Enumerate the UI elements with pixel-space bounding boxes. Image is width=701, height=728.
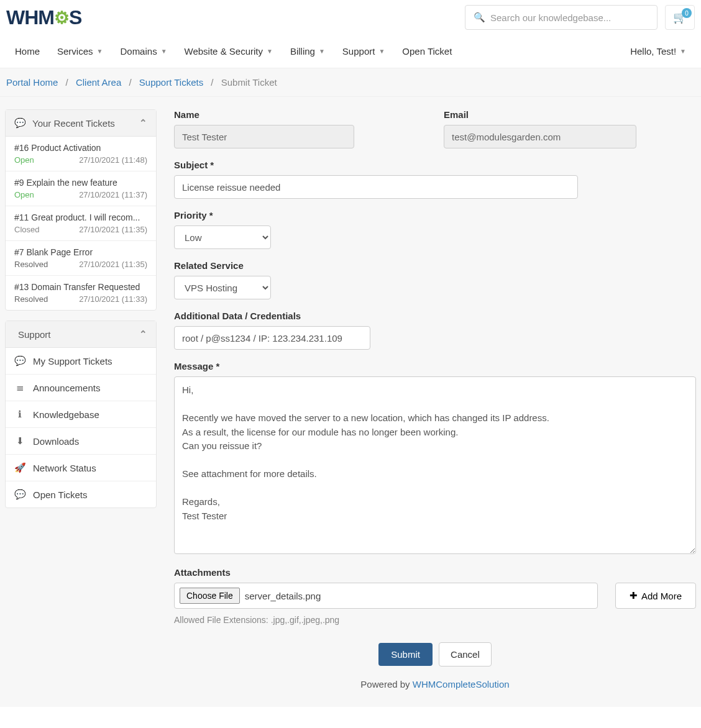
nav-hello-user[interactable]: Hello, Test!▼ xyxy=(621,41,695,61)
support-item-icon: ℹ xyxy=(14,409,25,420)
cancel-button[interactable]: Cancel xyxy=(439,642,492,667)
cart-badge: 0 xyxy=(682,8,692,18)
support-item-label: Open Tickets xyxy=(33,489,88,500)
nav-website-security[interactable]: Website & Security▼ xyxy=(176,41,282,61)
nav-services[interactable]: Services▼ xyxy=(48,41,111,61)
support-item[interactable]: 💬My Support Tickets xyxy=(6,348,156,375)
chevron-down-icon: ▼ xyxy=(97,48,103,55)
attachments-label: Attachments xyxy=(174,567,696,578)
related-service-label: Related Service xyxy=(174,260,696,271)
related-service-select[interactable]: VPS Hosting xyxy=(174,276,271,299)
ticket-date: 27/10/2021 (11:35) xyxy=(79,225,147,234)
chat-icon: 💬 xyxy=(14,117,26,129)
ticket-date: 27/10/2021 (11:37) xyxy=(79,190,147,199)
ticket-item[interactable]: #13 Domain Transfer RequestedResolved27/… xyxy=(6,276,156,310)
nav-website-label: Website & Security xyxy=(185,46,263,57)
nav-billing[interactable]: Billing▼ xyxy=(282,41,334,61)
support-item-icon: 💬 xyxy=(14,355,25,366)
priority-select[interactable]: Low xyxy=(174,225,271,249)
priority-label: Priority * xyxy=(174,210,696,221)
gear-icon: ⚙ xyxy=(54,7,69,28)
support-item-icon: ≣ xyxy=(14,382,25,393)
chevron-down-icon: ▼ xyxy=(161,48,167,55)
add-more-button[interactable]: ✚ Add More xyxy=(615,583,696,609)
cart-button[interactable]: 🛒 0 xyxy=(665,5,695,30)
breadcrumb-portal-home[interactable]: Portal Home xyxy=(6,77,58,88)
nav-domains-label: Domains xyxy=(120,46,157,57)
nav-support-label: Support xyxy=(342,46,375,57)
ticket-item[interactable]: #7 Blank Page ErrorResolved27/10/2021 (1… xyxy=(6,241,156,276)
chevron-up-icon: ⌃ xyxy=(139,329,147,340)
credentials-label: Additional Data / Credentials xyxy=(174,311,696,321)
nav-services-label: Services xyxy=(57,46,93,57)
ticket-title: #13 Domain Transfer Requested xyxy=(14,282,147,292)
ticket-item[interactable]: #9 Explain the new featureOpen27/10/2021… xyxy=(6,171,156,206)
name-label: Name xyxy=(174,109,426,120)
footer-link[interactable]: WHMCompleteSolution xyxy=(413,679,510,689)
ticket-item[interactable]: #16 Product ActivationOpen27/10/2021 (11… xyxy=(6,137,156,171)
support-item[interactable]: ℹKnowledgebase xyxy=(6,401,156,428)
breadcrumb: Portal Home / Client Area / Support Tick… xyxy=(0,68,701,97)
support-panel-title: Support xyxy=(18,329,51,340)
support-item-label: Knowledgebase xyxy=(33,409,99,420)
logo[interactable]: WHM⚙S xyxy=(6,6,81,29)
support-item-label: Downloads xyxy=(33,436,79,447)
chevron-up-icon: ⌃ xyxy=(139,117,147,129)
file-name: server_details.png xyxy=(245,591,321,601)
ticket-status: Resolved xyxy=(14,260,48,269)
support-item-label: Network Status xyxy=(33,463,96,473)
logo-text-1: WHM xyxy=(6,6,54,29)
chevron-down-icon: ▼ xyxy=(378,48,385,55)
support-item-label: Announcements xyxy=(33,383,100,393)
ticket-item[interactable]: #11 Great product. I will recom...Closed… xyxy=(6,206,156,241)
nav-domains[interactable]: Domains▼ xyxy=(111,41,175,61)
add-more-label: Add More xyxy=(641,591,682,601)
email-label: Email xyxy=(444,109,696,120)
search-wrap: 🔍 xyxy=(465,5,657,30)
breadcrumb-support-tickets[interactable]: Support Tickets xyxy=(139,77,203,88)
support-item-label: My Support Tickets xyxy=(33,356,112,366)
ticket-date: 27/10/2021 (11:33) xyxy=(79,294,147,304)
support-item[interactable]: ⬇Downloads xyxy=(6,428,156,455)
footer-prefix: Powered by xyxy=(360,679,412,689)
search-input[interactable] xyxy=(465,5,657,30)
ticket-status: Closed xyxy=(14,225,39,234)
ticket-title: #7 Blank Page Error xyxy=(14,247,147,257)
email-field xyxy=(444,125,636,148)
ticket-status: Open xyxy=(14,190,34,199)
ticket-status: Resolved xyxy=(14,294,48,304)
credentials-input[interactable] xyxy=(174,326,370,350)
nav-home[interactable]: Home xyxy=(6,41,48,61)
subject-label: Subject * xyxy=(174,160,578,170)
plus-icon: ✚ xyxy=(630,590,638,601)
chevron-down-icon: ▼ xyxy=(267,48,273,55)
support-item-icon: 💬 xyxy=(14,489,25,500)
recent-tickets-header[interactable]: 💬 Your Recent Tickets ⌃ xyxy=(6,110,156,137)
file-input[interactable]: Choose File server_details.png xyxy=(174,583,598,609)
choose-file-button[interactable]: Choose File xyxy=(180,588,240,604)
support-panel-header[interactable]: Support ⌃ xyxy=(6,321,156,348)
support-panel: Support ⌃ 💬My Support Tickets≣Announceme… xyxy=(5,321,157,508)
support-item-icon: ⬇ xyxy=(14,435,25,447)
subject-input[interactable] xyxy=(174,175,578,199)
search-icon: 🔍 xyxy=(474,12,485,23)
nav-hello-label: Hello, Test! xyxy=(630,46,676,57)
nav-support[interactable]: Support▼ xyxy=(334,41,393,61)
support-item[interactable]: 🚀Network Status xyxy=(6,455,156,481)
message-label: Message * xyxy=(174,361,696,371)
support-item[interactable]: 💬Open Tickets xyxy=(6,481,156,507)
nav-billing-label: Billing xyxy=(290,46,315,57)
breadcrumb-client-area[interactable]: Client Area xyxy=(76,77,121,88)
submit-button[interactable]: Submit xyxy=(378,643,433,666)
breadcrumb-current: Submit Ticket xyxy=(221,77,277,88)
chevron-down-icon: ▼ xyxy=(319,48,325,55)
ticket-status: Open xyxy=(14,155,34,165)
message-textarea[interactable] xyxy=(174,376,696,554)
name-field xyxy=(174,125,354,148)
nav-open-ticket[interactable]: Open Ticket xyxy=(393,41,460,61)
support-item[interactable]: ≣Announcements xyxy=(6,375,156,401)
footer: Powered by WHMCompleteSolution xyxy=(174,667,696,694)
file-hint: Allowed File Extensions: .jpg,.gif,.jpeg… xyxy=(174,615,696,625)
support-item-icon: 🚀 xyxy=(14,462,25,473)
logo-text-2: S xyxy=(69,6,81,29)
